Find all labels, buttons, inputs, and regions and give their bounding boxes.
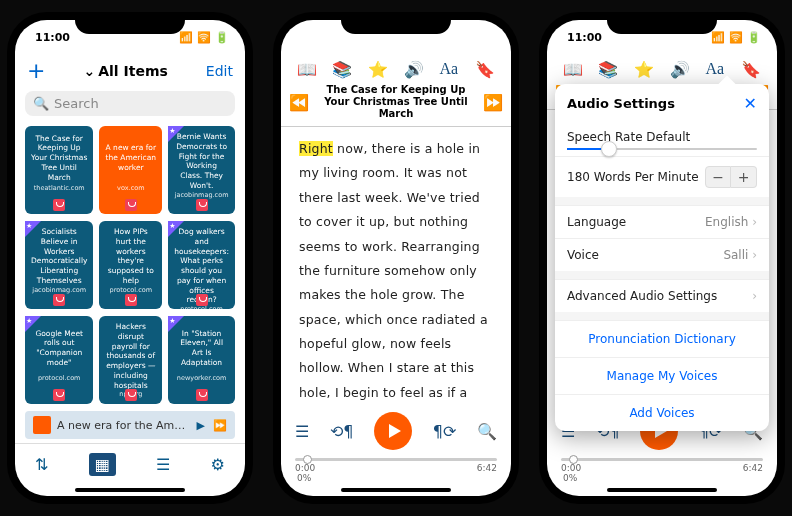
progress-percent: 0%: [281, 473, 511, 485]
speaker-icon[interactable]: 🔊: [404, 60, 424, 80]
progress-slider[interactable]: [295, 458, 497, 461]
highlighted-word: Right: [299, 141, 333, 156]
voice-row[interactable]: Voice Salli ›: [555, 238, 769, 271]
settings-icon[interactable]: ⚙: [211, 455, 225, 474]
close-button[interactable]: ✕: [744, 94, 757, 113]
language-row[interactable]: Language English ›: [555, 205, 769, 238]
search-icon[interactable]: 🔍: [477, 422, 497, 441]
now-playing-bar[interactable]: A new era for the America… ▶ ⏩: [25, 411, 235, 439]
search-icon: 🔍: [33, 96, 49, 111]
edit-button[interactable]: Edit: [206, 63, 233, 79]
font-icon[interactable]: Aa: [705, 60, 725, 80]
status-icons: 📶 🛜 🔋: [179, 31, 229, 44]
notch: [75, 12, 185, 34]
reader-nav: 📖 📚 ⭐ 🔊 Aa 🔖: [547, 54, 777, 82]
wpm-minus[interactable]: −: [705, 166, 731, 188]
fast-forward-icon[interactable]: ⏩: [483, 93, 503, 112]
play-button[interactable]: [374, 412, 412, 450]
add-button[interactable]: +: [27, 58, 45, 83]
notch: [607, 12, 717, 34]
wpm-plus[interactable]: +: [731, 166, 757, 188]
status-icons: 📶 🛜 🔋: [711, 31, 761, 44]
article-card[interactable]: Dog walkers and housekeepers: What perks…: [168, 221, 235, 309]
chevron-right-icon: ›: [752, 215, 757, 229]
article-card[interactable]: Bernie Wants Democrats to Fight for the …: [168, 126, 235, 214]
add-voices-link[interactable]: Add Voices: [555, 394, 769, 431]
pocket-icon: [196, 294, 208, 306]
reader-nav: 📖 📚 ⭐ 🔊 Aa 🔖: [281, 54, 511, 82]
reader-title: The Case for Keeping Up Your Christmas T…: [315, 84, 477, 120]
phone-audio-settings: 11:00 📶 🛜 🔋 📖 📚 ⭐ 🔊 Aa 🔖 ⏪ ⸻ ⏩ that's be…: [539, 12, 785, 504]
pocket-icon: [125, 199, 137, 211]
wpm-stepper[interactable]: − +: [705, 166, 757, 188]
advanced-settings-row[interactable]: Advanced Audio Settings ›: [555, 279, 769, 312]
next-paragraph-icon[interactable]: ¶⟳: [433, 422, 457, 441]
phone-reader: 📖 📚 ⭐ 🔊 Aa 🔖 ⏪ The Case for Keeping Up Y…: [273, 12, 519, 504]
time-elapsed: 0:00: [561, 463, 581, 473]
progress-slider[interactable]: [561, 458, 763, 461]
tab-bar: ⇅ ▦ ☰ ⚙: [15, 443, 245, 485]
pocket-icon: [196, 199, 208, 211]
article-card[interactable]: Google Meet rolls out "Companion mode"pr…: [25, 316, 93, 404]
time-total: 6:42: [477, 463, 497, 473]
list-view-icon[interactable]: ☰: [156, 455, 170, 474]
nav-title[interactable]: ⌄ All Items: [83, 63, 167, 79]
book-icon[interactable]: 📖: [297, 60, 317, 80]
manage-voices-link[interactable]: Manage My Voices: [555, 357, 769, 394]
popup-title: Audio Settings: [567, 96, 675, 111]
library-icon[interactable]: 📚: [332, 60, 352, 80]
now-playing-thumb: [33, 416, 51, 434]
article-card[interactable]: The Case for Keeping Up Your Christmas T…: [25, 126, 93, 214]
wpm-label: 180 Words Per Minute: [567, 170, 699, 184]
audio-settings-popup: Audio Settings ✕ Speech Rate Default 180…: [555, 84, 769, 431]
pronunciation-dictionary-link[interactable]: Pronunciation Dictionary: [555, 320, 769, 357]
fast-forward-icon[interactable]: ⏩: [213, 419, 227, 432]
star-icon[interactable]: ⭐: [368, 60, 388, 80]
home-indicator: [75, 488, 185, 492]
reader-body[interactable]: Right now, there is a hole in my living …: [281, 127, 511, 408]
phone-library: 11:00 📶 🛜 🔋 + ⌄ All Items Edit 🔍 Search …: [7, 12, 253, 504]
search-input[interactable]: 🔍 Search: [25, 91, 235, 116]
pocket-icon: [53, 294, 65, 306]
reader-title-bar: ⏪ The Case for Keeping Up Your Christmas…: [281, 82, 511, 127]
time-total: 6:42: [743, 463, 763, 473]
toc-icon[interactable]: ☰: [295, 422, 309, 441]
chevron-down-icon: ⌄: [83, 63, 95, 79]
audio-player: ☰ ⟲¶ ¶⟳ 🔍 0:00 6:42: [281, 408, 511, 473]
speaker-icon[interactable]: 🔊: [670, 60, 690, 80]
speech-rate-slider[interactable]: [555, 146, 769, 156]
library-icon[interactable]: 📚: [598, 60, 618, 80]
article-card[interactable]: Hackers disrupt payroll for thousands of…: [99, 316, 162, 404]
sort-icon[interactable]: ⇅: [35, 455, 48, 474]
pocket-icon: [196, 389, 208, 401]
grid-view-icon[interactable]: ▦: [89, 453, 116, 476]
prev-paragraph-icon[interactable]: ⟲¶: [330, 422, 354, 441]
bookmark-icon[interactable]: 🔖: [741, 60, 761, 80]
time-elapsed: 0:00: [295, 463, 315, 473]
speech-rate-label: Speech Rate Default: [567, 130, 690, 144]
now-playing-title: A new era for the America…: [57, 419, 191, 432]
library-nav: + ⌄ All Items Edit: [15, 54, 245, 87]
notch: [341, 12, 451, 34]
play-icon[interactable]: ▶: [197, 419, 205, 432]
article-card[interactable]: In "Station Eleven," All Art Is Adaptati…: [168, 316, 235, 404]
star-icon[interactable]: ⭐: [634, 60, 654, 80]
chevron-right-icon: ›: [752, 289, 757, 303]
home-indicator: [341, 488, 451, 492]
pocket-icon: [125, 389, 137, 401]
status-time: 11:00: [35, 31, 70, 44]
home-indicator: [607, 488, 717, 492]
font-icon[interactable]: Aa: [439, 60, 459, 80]
status-time: 11:00: [567, 31, 602, 44]
article-card[interactable]: How PIPs hurt the workers they're suppos…: [99, 221, 162, 309]
article-grid: The Case for Keeping Up Your Christmas T…: [15, 120, 245, 411]
pocket-icon: [53, 389, 65, 401]
pocket-icon: [53, 199, 65, 211]
article-card[interactable]: A new era for the American workervox.com: [99, 126, 162, 214]
bookmark-icon[interactable]: 🔖: [475, 60, 495, 80]
pocket-icon: [125, 294, 137, 306]
progress-percent: 0%: [547, 473, 777, 485]
article-card[interactable]: Socialists Believe in Workers Democratic…: [25, 221, 93, 309]
book-icon[interactable]: 📖: [563, 60, 583, 80]
rewind-icon[interactable]: ⏪: [289, 93, 309, 112]
